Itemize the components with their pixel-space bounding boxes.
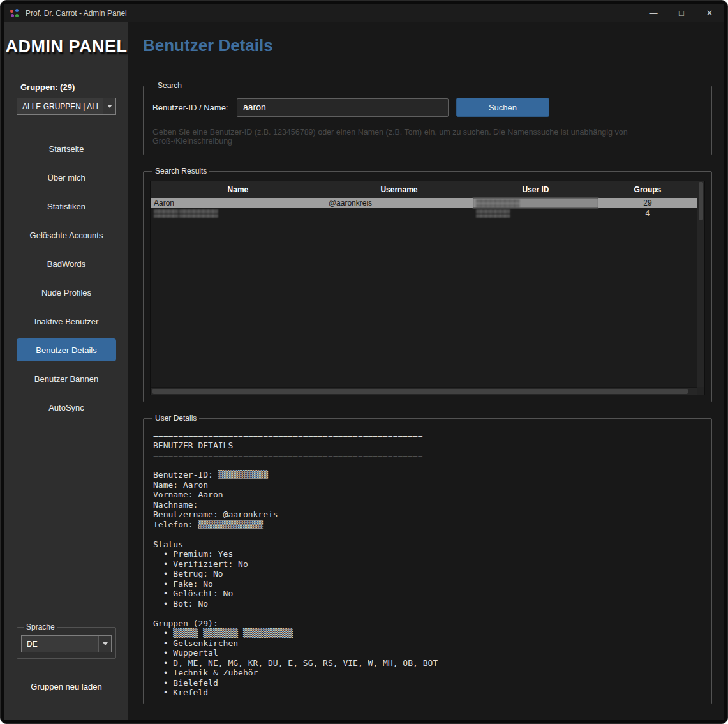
sidebar-item-nude-profiles[interactable]: Nude Profiles [17, 281, 116, 304]
user-details-group-label: User Details [152, 414, 199, 423]
table-row[interactable]: Aaron @aaronkreis ▒▒▒▒▒▒▒▒▒ 29 [151, 198, 697, 208]
groups-dropdown[interactable]: ALLE GRUPPEN | ALL [17, 98, 116, 115]
sidebar-item-benutzer-bannen[interactable]: Benutzer Bannen [17, 367, 116, 390]
column-header-name[interactable]: Name [151, 181, 325, 198]
sidebar-item-inaktive-benutzer[interactable]: Inaktive Benutzer [17, 310, 116, 333]
cell-username [325, 208, 473, 218]
horizontal-scrollbar-handle[interactable] [152, 389, 688, 394]
column-header-groups[interactable]: Groups [598, 181, 697, 198]
sidebar-item-ueber-mich[interactable]: Über mich [17, 166, 116, 189]
cell-name: Aaron [151, 198, 325, 208]
reload-groups-button[interactable]: Gruppen neu laden [4, 682, 128, 691]
search-button[interactable]: Suchen [456, 98, 549, 117]
app-brand: ADMIN PANEL [4, 37, 128, 57]
cell-username: @aaronkreis [325, 198, 473, 208]
cell-user-id-redacted: ▒▒▒▒▒▒▒▒▒ [473, 198, 598, 208]
search-help-text: Geben Sie eine Benutzer-ID (z.B. 1234567… [152, 128, 702, 146]
horizontal-scrollbar[interactable] [151, 387, 697, 395]
sidebar-item-geloeschte-accounts[interactable]: Gelöschte Accounts [17, 223, 116, 246]
close-button[interactable]: ✕ [695, 4, 724, 22]
sidebar-item-benutzer-details[interactable]: Benutzer Details [17, 338, 116, 361]
sidebar-item-statistiken[interactable]: Statistiken [17, 195, 116, 218]
sidebar-nav: Startseite Über mich Statistiken Gelösch… [4, 137, 128, 425]
results-table: Name Username User ID Groups Aaron @aaro… [150, 181, 705, 395]
language-groupbox: Sprache DE [17, 622, 116, 659]
search-results-group-label: Search Results [152, 167, 209, 176]
sidebar-item-startseite[interactable]: Startseite [17, 137, 116, 160]
search-groupbox: Search Benutzer-ID / Name: Suchen Geben … [143, 81, 712, 155]
sidebar: ADMIN PANEL Gruppen: (29) ALLE GRUPPEN |… [4, 22, 128, 720]
cell-groups: 29 [598, 198, 697, 208]
table-row[interactable]: ▒▒▒▒▒ ▒▒▒▒▒▒▒▒ ▒▒▒▒▒▒▒ 4 [151, 208, 697, 218]
maximize-button[interactable]: □ [667, 4, 695, 22]
chevron-down-icon [98, 636, 111, 652]
chevron-down-icon [103, 98, 115, 114]
search-group-label: Search [155, 81, 184, 90]
search-field-label: Benutzer-ID / Name: [152, 103, 237, 112]
language-dropdown-value: DE [27, 640, 38, 649]
user-details-panel: ========================================… [150, 428, 705, 698]
search-input[interactable] [237, 98, 449, 117]
user-details-text: ========================================… [153, 430, 705, 698]
minimize-button[interactable]: — [639, 4, 667, 22]
sidebar-item-autosync[interactable]: AutoSync [17, 396, 116, 419]
cell-name-redacted: ▒▒▒▒▒ ▒▒▒▒▒▒▒▒ [151, 208, 325, 218]
scrollbar-corner [697, 387, 704, 395]
column-header-username[interactable]: Username [325, 181, 473, 198]
user-details-groupbox: User Details ===========================… [143, 414, 712, 704]
title-divider [143, 64, 712, 64]
groups-count-label: Gruppen: (29) [20, 82, 128, 92]
titlebar: Prof. Dr. Carrot - Admin Panel — □ ✕ [4, 4, 724, 22]
column-header-user-id[interactable]: User ID [473, 181, 598, 198]
app-logo-icon [10, 8, 20, 19]
language-dropdown[interactable]: DE [21, 635, 112, 652]
sidebar-item-badwords[interactable]: BadWords [17, 252, 116, 275]
language-group-label: Sprache [24, 622, 57, 631]
groups-dropdown-value: ALLE GRUPPEN | ALL [22, 102, 101, 111]
window-controls: — □ ✕ [639, 4, 724, 22]
cell-groups: 4 [598, 208, 697, 218]
vertical-scrollbar[interactable] [697, 181, 704, 387]
page-title: Benutzer Details [143, 36, 712, 56]
app-window: Prof. Dr. Carrot - Admin Panel — □ ✕ ADM… [0, 0, 728, 724]
vertical-scrollbar-handle[interactable] [699, 182, 703, 220]
search-results-groupbox: Search Results Name Username User ID Gro… [143, 167, 712, 402]
main-content: Benutzer Details Search Benutzer-ID / Na… [128, 22, 724, 720]
table-header-row: Name Username User ID Groups [151, 181, 697, 198]
cell-user-id-redacted: ▒▒▒▒▒▒▒ [473, 208, 598, 218]
window-title: Prof. Dr. Carrot - Admin Panel [26, 9, 127, 18]
